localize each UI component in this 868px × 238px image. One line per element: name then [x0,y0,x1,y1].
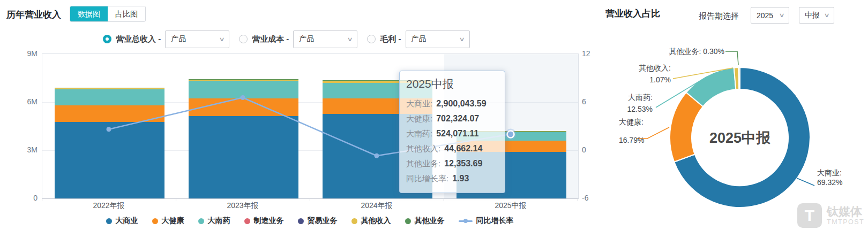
donut-center-label: 2025中报 [692,128,788,148]
legend-dot-icon [298,218,304,224]
radio-icon[interactable] [239,35,248,43]
tooltip-row-value: 524,071.11 [436,126,478,141]
bar-segment-其他业务[interactable] [55,88,164,88]
x-axis-label: 2022年报 [42,201,176,211]
tab-ratio-chart[interactable]: 占比图 [108,6,145,21]
donut-label-name: 大南药: [627,93,653,102]
dropdown-value: 产品 [411,34,426,44]
tmtpost-logo-icon: T [797,203,822,228]
donut-label-pct: 16.79% [619,135,644,145]
y-left-tick: 9M [10,49,38,58]
bar-segment-大商业[interactable] [55,122,164,198]
tooltip-title: 2025中报 [406,76,498,91]
donut-label-name: 大商业: [817,168,842,178]
y-left-tick: 6M [10,97,38,106]
legend-item-大健康[interactable]: 大健康 [152,216,184,226]
legend-label: 其他收入 [361,216,391,226]
legend-label: 大商业 [116,216,138,226]
left-chart-title: 历年营业收入 [6,9,61,21]
stacked-bar-2023年报[interactable] [189,54,298,198]
donut-label-pct: 69.32% [817,178,842,187]
x-axis-label: 2024年报 [310,201,444,211]
legend-dot-icon [405,218,411,224]
tooltip-row-label: 大商业: [406,96,432,111]
x-axis-tick [176,198,176,201]
legend-label: 其他业务 [415,216,445,226]
legend-label: 大健康 [162,216,184,226]
x-axis-tick [578,198,578,201]
tooltip-row: 其他收入:44,662.14 [406,141,498,156]
metric-control-0: 营业总收入 -产品∨ [103,30,229,48]
chart-view-tabs: 数据图 占比图 [70,6,146,22]
x-axis-tick [444,198,444,201]
radio-selected-icon[interactable] [103,35,111,43]
legend-item-大商业[interactable]: 大商业 [106,216,138,226]
dimension-dropdown-0[interactable]: 产品∨ [165,30,229,48]
watermark: T 钛媒体 TMTPOST [797,203,864,228]
y-left-tick: 3M [10,145,38,154]
watermark-en: TMTPOST [827,218,864,226]
revenue-share-panel: 营业收入占比 报告期选择 2025 ∨ 中报 ∨ 2025中报 大商业:69.3… [589,0,868,238]
legend-dot-icon [351,218,357,224]
legend-dot-icon [244,218,250,224]
metric-controls: 营业总收入 -产品∨营业成本 -产品∨毛利 -产品∨ [103,30,470,48]
bar-segment-其他收入[interactable] [55,88,164,89]
legend: 大商业大健康大南药制造业务贸易业务其他收入其他业务同比增长率 [42,216,578,226]
legend-label: 制造业务 [254,216,284,226]
bar-segment-大南药[interactable] [55,89,164,105]
tab-data-chart[interactable]: 数据图 [70,6,108,21]
bar-segment-大健康[interactable] [55,105,164,122]
tooltip-row-value: 12,353.69 [444,156,482,171]
tooltip-row-label: 其他收入: [406,141,440,156]
bar-segment-大商业[interactable] [189,116,298,198]
donut-label-大商业: 大商业:69.32% [817,168,842,187]
chevron-down-icon: ∨ [219,36,225,43]
legend-item-其他业务[interactable]: 其他业务 [405,216,445,226]
tooltip-row-label: 大南药: [406,126,432,141]
dropdown-value: 产品 [171,34,186,44]
x-axis-tick [42,198,42,201]
watermark-cn: 钛媒体 [827,205,864,218]
legend-item-大南药[interactable]: 大南药 [198,216,230,226]
tooltip-row: 大健康:702,324.07 [406,111,498,126]
tooltip-row-label: 其他业务: [406,156,440,171]
donut-label-其他业务: 其他业务: 0.30% [669,47,724,56]
legend-label: 同比增长率 [476,216,514,226]
tooltip-row-label: 同比增长率: [406,171,448,186]
bar-segment-其他收入[interactable] [189,80,298,81]
bar-segment-大南药[interactable] [189,81,298,98]
tooltip-row: 大商业:2,900,043.59 [406,96,498,111]
dimension-dropdown-2[interactable]: 产品∨ [406,30,470,48]
donut-label-大健康: 大健康:16.79% [619,117,644,145]
tooltip-row-label: 大健康: [406,111,432,126]
tooltip-row-value: 2,900,043.59 [436,96,486,111]
donut-slice-其他业务[interactable] [739,67,740,89]
bar-segment-大健康[interactable] [189,98,298,116]
donut-label-其他收入: 其他收入:1.07% [639,63,671,85]
metric-control-2: 毛利 -产品∨ [367,30,469,48]
chevron-down-icon: ∨ [347,36,353,43]
legend-item-同比增长率[interactable]: 同比增长率 [459,216,514,226]
legend-label: 大南药 [208,216,230,226]
donut-label-pct: 12.53% [627,104,653,114]
bar-segment-其他业务[interactable] [189,79,298,80]
legend-item-其他收入[interactable]: 其他收入 [351,216,391,226]
donut-label-大南药: 大南药:12.53% [627,93,653,114]
tooltip: 2025中报 大商业:2,900,043.59大健康:702,324.07大南药… [399,71,505,193]
tooltip-row-value: 702,324.07 [436,111,479,126]
dimension-dropdown-1[interactable]: 产品∨ [293,30,357,48]
legend-item-贸易业务[interactable]: 贸易业务 [298,216,338,226]
metric-label: 营业总收入 - [116,34,161,44]
radio-icon[interactable] [367,35,376,43]
x-axis-label: 2025中报 [444,201,578,211]
metric-label: 毛利 - [380,34,401,44]
stacked-bar-2022年报[interactable] [55,54,164,198]
legend-line-icon [459,220,473,222]
x-axis-tick [310,198,310,201]
donut-label-name: 大健康: [619,117,644,127]
tooltip-row: 大南药:524,071.11 [406,126,498,141]
donut-label-name: 其他收入: [639,63,671,73]
legend-item-制造业务[interactable]: 制造业务 [244,216,284,226]
tooltip-row-value: 1.93 [452,171,469,186]
legend-dot-icon [106,218,112,224]
